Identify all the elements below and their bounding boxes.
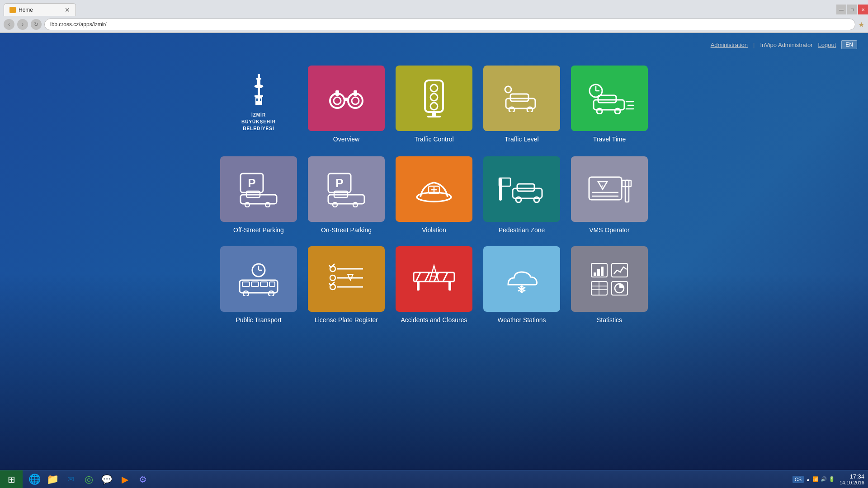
license-plate-icon-box [308,246,385,312]
maximize-button[interactable]: □ [847,5,857,14]
tile-off-street-parking[interactable]: P Off-Street Parking [220,156,297,234]
svg-rect-73 [269,282,275,286]
on-street-parking-label: On-Street Parking [321,226,372,234]
public-transport-label: Public Transport [236,316,281,324]
nav-separator: | [753,42,755,48]
weather-snowflake-icon [501,262,542,296]
start-button[interactable]: ⊞ [0,470,23,488]
tile-violation[interactable]: Violation [396,156,472,234]
svg-text:!: ! [602,184,604,189]
on-street-parking-icon-box: P [308,156,385,222]
tile-statistics[interactable]: Statistics [571,246,648,324]
svg-marker-94 [429,266,439,282]
address-bar[interactable] [44,19,855,30]
svg-line-88 [416,272,420,282]
on-street-parking-icon: P [326,171,367,207]
svg-point-22 [505,86,511,93]
top-navigation: Administration | InVipo Administrator Lo… [0,33,868,56]
tile-weather[interactable]: Weather Stations [483,246,560,324]
svg-point-19 [430,103,438,110]
taskbar-icon-explorer[interactable]: 📁 [44,471,61,488]
minimize-button[interactable]: — [836,5,846,14]
tile-vms-operator[interactable]: ! VMS Operator [571,156,648,234]
tower-icon [246,74,271,108]
tile-traffic-control[interactable]: Traffic Control [396,66,472,143]
svg-point-80 [330,275,335,281]
svg-point-17 [430,84,438,92]
tile-public-transport[interactable]: Public Transport [220,246,297,324]
svg-rect-31 [598,95,616,103]
taskbar-battery-icon: 🔋 [829,476,835,482]
vms-operator-icon-box: ! [571,156,648,222]
logout-link[interactable]: Logout [818,42,836,48]
admin-link[interactable]: Administration [711,42,748,48]
tab-title: Home [19,7,33,13]
traffic-control-label: Traffic Control [414,136,453,143]
taskbar-items: 🌐 📁 ✉ ◎ 💬 ▶ ⚙ [23,471,789,488]
pedestrian-zone-icon-box [483,156,560,222]
accidents-icon-box [396,246,472,312]
traffic-level-icon-box [483,66,560,131]
logo-line3: BELEDİYESİ [241,125,276,132]
car-clock-icon [585,83,634,114]
police-hat-icon [416,174,452,205]
taskbar-icon-settings[interactable]: ⚙ [135,471,151,488]
public-transport-icon-box [220,246,297,312]
svg-rect-64 [625,180,629,202]
taskbar-lang: CS [793,476,804,483]
svg-rect-14 [335,90,339,96]
car-person-icon [499,85,544,112]
binoculars-icon [328,85,364,112]
svg-rect-71 [251,282,259,286]
back-button[interactable]: ‹ [4,19,14,30]
browser-toolbar: ‹ › ↻ ★ [0,16,868,33]
svg-line-89 [425,272,429,282]
tile-pedestrian-zone[interactable]: Pedestrian Zone [483,156,560,234]
pedestrian-car-icon [497,176,547,203]
travel-time-label: Travel Time [593,136,626,143]
svg-rect-93 [448,282,451,291]
taskbar-icon-chrome[interactable]: ◎ [80,471,97,488]
browser-tab[interactable]: Home ✕ [4,3,76,16]
svg-rect-56 [517,184,534,191]
svg-rect-7 [256,99,258,101]
logo-area: İZMİR BÜYÜKŞEHİR BELEDİYESİ [220,66,297,136]
taskbar-icon-skype[interactable]: 💬 [99,471,115,488]
svg-rect-72 [260,282,268,286]
taskbar-icon-media[interactable]: ▶ [117,471,133,488]
tile-on-street-parking[interactable]: P On-Street Parking [308,156,385,234]
statistics-icon-box [571,246,648,312]
svg-rect-1 [256,78,261,80]
accidents-label: Accidents and Closures [401,316,467,324]
taskbar-icon-internet-explorer[interactable]: 🌐 [26,471,42,488]
svg-rect-4 [258,86,260,95]
tile-overview[interactable]: Overview [308,66,385,143]
svg-rect-104 [594,272,596,276]
bookmark-star[interactable]: ★ [858,20,864,29]
row-1: İZMİR BÜYÜKŞEHİR BELEDİYESİ [220,66,648,143]
tile-travel-time[interactable]: Travel Time [571,66,648,143]
license-plate-label: License Plate Register [315,316,378,324]
svg-line-91 [443,272,448,282]
tile-traffic-level[interactable]: Traffic Level [483,66,560,143]
row-2: P Off-Street Parking P [220,156,648,234]
violation-label: Violation [422,226,446,234]
tile-license-plate[interactable]: License Plate Register [308,246,385,324]
svg-point-11 [334,97,341,104]
svg-rect-0 [258,74,260,78]
tile-grid: İZMİR BÜYÜKŞEHİR BELEDİYESİ [220,66,648,328]
svg-rect-13 [344,98,349,101]
forward-button[interactable]: › [17,19,28,30]
taskbar-volume-icon: 🔊 [821,476,827,482]
svg-text:P: P [248,176,255,190]
tab-close-button[interactable]: ✕ [61,6,70,14]
window-controls: — □ ✕ [836,5,868,14]
tile-accidents[interactable]: Accidents and Closures [396,246,472,324]
reload-button[interactable]: ↻ [31,19,42,30]
taskbar-icon-outlook[interactable]: ✉ [62,471,79,488]
svg-point-12 [352,97,359,104]
svg-rect-92 [417,282,420,291]
close-button[interactable]: ✕ [858,5,868,14]
language-button[interactable]: EN [841,40,857,49]
tab-bar: Home ✕ — □ ✕ [0,0,868,16]
